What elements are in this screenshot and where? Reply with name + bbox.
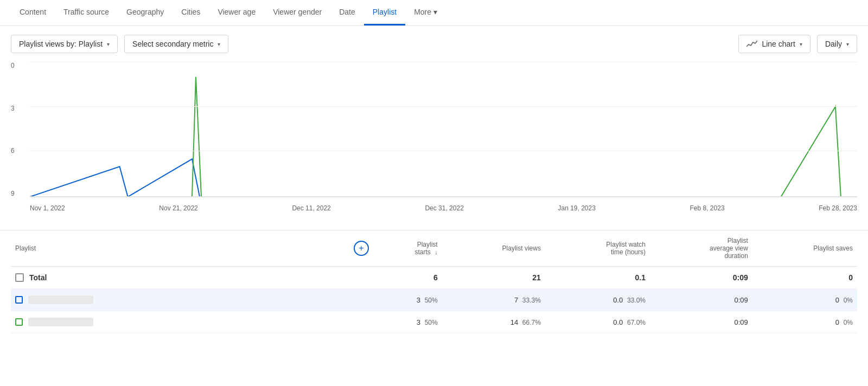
chart-x-labels: Nov 1, 2022 Nov 21, 2022 Dec 11, 2022 De… — [30, 197, 857, 219]
row1-name-cell — [11, 289, 349, 311]
row1-saves: 0 0% — [752, 289, 857, 311]
y-label-3: 0 — [11, 62, 27, 69]
row1-name-inner — [15, 295, 345, 304]
row1-add-cell — [349, 289, 373, 311]
total-add-cell — [349, 267, 373, 289]
grid-line-1 — [30, 106, 857, 107]
chevron-down-icon: ▾ — [433, 0, 437, 25]
row2-name-cell — [11, 311, 349, 333]
row1-avg-duration: 0:09 — [650, 289, 752, 311]
x-label-3: Dec 31, 2022 — [425, 204, 463, 212]
tab-cities[interactable]: Cities — [173, 0, 209, 25]
toolbar-right: Line chart ▾ Daily ▾ — [738, 35, 857, 53]
table-row-1: 3 50% 7 33.3% 0.0 33.0% 0:09 0 0% — [11, 289, 857, 311]
row2-starts: 3 50% — [373, 311, 442, 333]
saves-label: Playlist saves — [813, 245, 853, 252]
row2-saves: 0 0% — [752, 311, 857, 333]
x-label-2: Dec 11, 2022 — [292, 204, 330, 212]
y-label-0: 9 — [11, 190, 27, 197]
tab-geography[interactable]: Geography — [118, 0, 173, 25]
line-chart-icon — [746, 40, 757, 48]
row1-color-indicator[interactable] — [15, 296, 23, 304]
row2-views-val: 14 — [510, 318, 518, 326]
sort-desc-icon: ↓ — [435, 249, 438, 255]
row1-starts-pct: 50% — [425, 297, 438, 304]
row1-wt-pct: 33.0% — [627, 297, 646, 304]
tab-date[interactable]: Date — [330, 0, 364, 25]
col-header-playlist-views[interactable]: Playlist views — [442, 230, 545, 267]
row2-wt-val: 0.0 — [613, 318, 623, 326]
row2-saves-pct: 0% — [844, 319, 853, 326]
secondary-metric-dropdown[interactable]: Select secondary metric ▾ — [124, 35, 228, 53]
primary-metric-label: Playlist views by: Playlist — [19, 40, 103, 48]
data-table: Playlist + Playliststarts ↓ Playlist vie… — [11, 230, 857, 333]
total-avg-duration: 0:09 — [650, 267, 752, 289]
total-watch-time: 0.1 — [545, 267, 650, 289]
primary-metric-dropdown[interactable]: Playlist views by: Playlist ▾ — [11, 35, 118, 53]
chart-svg — [30, 62, 857, 197]
col-header-playlist: Playlist — [11, 230, 349, 267]
row2-add-cell — [349, 311, 373, 333]
table-header-row: Playlist + Playliststarts ↓ Playlist vie… — [11, 230, 857, 267]
tab-viewer-gender[interactable]: Viewer gender — [264, 0, 330, 25]
total-views: 21 — [442, 267, 545, 289]
chart-y-axis: 9 6 3 0 — [11, 62, 27, 197]
col-header-saves[interactable]: Playlist saves — [752, 230, 857, 267]
row1-views: 7 33.3% — [442, 289, 545, 311]
row2-saves-val: 0 — [835, 318, 839, 326]
toolbar: Playlist views by: Playlist ▾ Select sec… — [0, 26, 868, 62]
period-label: Daily — [825, 40, 842, 48]
row1-starts: 3 50% — [373, 289, 442, 311]
primary-metric-chevron-icon: ▾ — [107, 41, 110, 47]
row1-views-val: 7 — [514, 296, 518, 304]
playlist-col-label: Playlist — [15, 245, 36, 252]
row1-blurred-name — [28, 295, 93, 304]
row1-views-pct: 33.3% — [522, 297, 541, 304]
chart-type-dropdown[interactable]: Line chart ▾ — [738, 35, 810, 53]
grid-line-3 — [30, 62, 857, 62]
row2-views: 14 66.7% — [442, 311, 545, 333]
row1-watch-time: 0.0 33.0% — [545, 289, 650, 311]
playlist-views-label: Playlist views — [502, 245, 541, 252]
blue-line — [30, 159, 857, 197]
col-header-watch-time[interactable]: Playlist watchtime (hours) — [545, 230, 650, 267]
total-checkbox[interactable] — [15, 273, 24, 282]
row2-color-indicator[interactable] — [15, 318, 23, 326]
chart-wrapper: 9 6 3 0 Nov 1, 2022 Nov 21 — [11, 62, 857, 219]
x-label-0: Nov 1, 2022 — [30, 204, 65, 212]
avg-duration-label: Playlistaverage viewduration — [710, 237, 748, 260]
chart-type-chevron-icon: ▾ — [800, 41, 802, 47]
period-dropdown[interactable]: Daily ▾ — [817, 35, 857, 53]
row2-views-pct: 66.7% — [522, 319, 541, 326]
row2-avg-duration: 0:09 — [650, 311, 752, 333]
secondary-metric-chevron-icon: ▾ — [218, 41, 220, 47]
y-label-1: 6 — [11, 147, 27, 155]
total-name-inner: Total — [15, 273, 345, 282]
col-header-avg-duration[interactable]: Playlistaverage viewduration — [650, 230, 752, 267]
total-starts: 6 — [373, 267, 442, 289]
table-row-total: Total 6 21 0.1 0:09 0 — [11, 267, 857, 289]
chart-type-label: Line chart — [762, 40, 795, 48]
tab-more[interactable]: More ▾ — [405, 0, 446, 25]
tab-playlist[interactable]: Playlist — [364, 0, 405, 25]
col-header-playlist-starts[interactable]: Playliststarts ↓ — [373, 230, 442, 267]
x-label-6: Feb 28, 2023 — [819, 204, 857, 212]
chart-container: 9 6 3 0 Nov 1, 2022 Nov 21 — [0, 62, 868, 230]
col-header-add-metric[interactable]: + — [349, 230, 373, 267]
tab-viewer-age[interactable]: Viewer age — [209, 0, 264, 25]
total-label: Total — [29, 273, 47, 282]
nav-tabs: Content Traffic source Geography Cities … — [0, 0, 868, 26]
add-metric-button[interactable]: + — [354, 241, 369, 256]
row2-watch-time: 0.0 67.0% — [545, 311, 650, 333]
grid-line-0 — [30, 196, 857, 197]
row1-starts-val: 3 — [417, 296, 420, 304]
row2-name-inner — [15, 318, 345, 326]
tab-traffic-source[interactable]: Traffic source — [55, 0, 118, 25]
secondary-metric-label: Select secondary metric — [132, 40, 213, 48]
tab-content[interactable]: Content — [11, 0, 55, 25]
chart-area — [30, 62, 857, 197]
x-label-4: Jan 19, 2023 — [558, 204, 595, 212]
row2-wt-pct: 67.0% — [627, 319, 646, 326]
green-line — [30, 77, 857, 197]
row2-starts-pct: 50% — [425, 319, 438, 326]
